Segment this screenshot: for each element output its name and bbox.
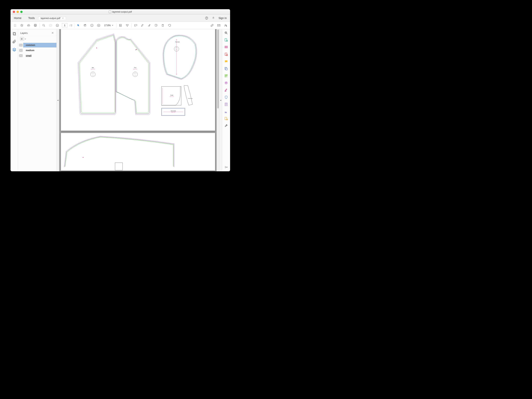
window-title: layered-output.pdf xyxy=(11,10,230,13)
hand-tool-icon[interactable] xyxy=(83,23,87,28)
scrollbar-thumb[interactable] xyxy=(217,30,219,108)
vertical-scrollbar[interactable] xyxy=(216,29,219,171)
combine-files-icon[interactable] xyxy=(224,67,228,70)
svg-point-9 xyxy=(56,24,59,27)
zoom-level-select[interactable]: 17.8% ▼ xyxy=(103,24,114,27)
zoom-in-icon[interactable] xyxy=(96,23,101,28)
fill-sign-icon[interactable] xyxy=(224,88,228,92)
tab-document[interactable]: layered-output.pdf × xyxy=(38,17,66,19)
share-profile-icon[interactable] xyxy=(223,23,228,28)
edit-pdf-icon[interactable] xyxy=(224,45,228,49)
organize-pages-icon[interactable] xyxy=(224,74,228,78)
svg-point-36 xyxy=(83,157,83,158)
link-icon[interactable] xyxy=(210,23,214,28)
attachments-icon[interactable] xyxy=(12,40,16,44)
svg-rect-31 xyxy=(161,87,181,105)
svg-rect-6 xyxy=(35,25,36,26)
thumbnails-icon[interactable] xyxy=(12,32,16,36)
star-icon[interactable] xyxy=(19,23,24,28)
svg-rect-41 xyxy=(225,46,227,47)
svg-point-27 xyxy=(135,50,136,50)
sign-in-button[interactable]: Sign In xyxy=(218,17,227,19)
protect-icon[interactable] xyxy=(224,95,228,99)
chevron-left-icon: ◀ xyxy=(220,99,221,101)
app-window: layered-output.pdf Home Tools layered-ou… xyxy=(11,9,230,171)
zoom-window-button[interactable] xyxy=(20,11,23,13)
scroll-mode-icon[interactable] xyxy=(125,23,130,28)
minimize-window-button[interactable] xyxy=(17,11,19,13)
highlight-icon[interactable] xyxy=(140,23,145,28)
svg-rect-15 xyxy=(217,25,220,26)
svg-rect-2 xyxy=(14,24,15,25)
stamp-icon[interactable] xyxy=(154,23,158,28)
left-panel-collapse-handle[interactable]: ◀ xyxy=(57,29,59,171)
pattern-pocket-facing-title: Pocket facing xyxy=(188,98,192,99)
page-up-icon xyxy=(48,23,53,28)
cloud-upload-icon[interactable] xyxy=(26,23,31,28)
svg-rect-49 xyxy=(226,75,227,76)
layer-row-common[interactable]: common xyxy=(18,43,56,48)
close-window-button[interactable] xyxy=(13,11,15,13)
help-icon[interactable] xyxy=(205,16,208,20)
rotate-icon[interactable] xyxy=(167,23,172,28)
visibility-toggle-icon[interactable] xyxy=(19,54,23,57)
page-down-icon[interactable] xyxy=(55,23,60,28)
zoom-out-icon[interactable] xyxy=(90,23,94,28)
svg-rect-47 xyxy=(226,68,227,70)
layer-list: common medium small xyxy=(18,42,56,58)
print-icon[interactable] xyxy=(33,23,38,28)
svg-point-22 xyxy=(21,39,21,40)
prepare-form-icon[interactable] xyxy=(224,110,228,113)
redact-icon[interactable] xyxy=(224,81,228,85)
chevron-down-icon: ▼ xyxy=(112,25,113,26)
svg-rect-53 xyxy=(225,103,227,106)
svg-point-21 xyxy=(21,39,21,39)
more-tools-icon[interactable] xyxy=(224,124,228,128)
comment-icon[interactable] xyxy=(133,23,138,28)
compress-icon[interactable] xyxy=(224,102,228,106)
pdf-page-2 xyxy=(61,133,215,171)
zoom-level-value: 17.8% xyxy=(104,24,111,27)
fit-width-icon[interactable] xyxy=(118,23,123,28)
layers-icon[interactable] xyxy=(12,48,16,52)
visibility-toggle-icon[interactable] xyxy=(19,49,23,52)
send-for-comments-icon[interactable] xyxy=(224,117,228,120)
layer-label: common xyxy=(26,44,35,46)
left-rail xyxy=(11,29,18,171)
page-number-input[interactable] xyxy=(62,23,68,27)
find-icon[interactable] xyxy=(42,23,46,28)
tab-close-icon[interactable]: × xyxy=(62,17,64,19)
pattern-back-title: Back xyxy=(92,67,94,68)
layer-row-small[interactable]: small xyxy=(18,53,56,58)
delete-icon[interactable] xyxy=(161,23,165,28)
expand-rail-icon[interactable] xyxy=(224,165,228,169)
tabs-bar: Home Tools layered-output.pdf × Sign In xyxy=(11,14,230,22)
svg-rect-13 xyxy=(126,24,128,25)
svg-rect-3 xyxy=(14,25,16,26)
layers-panel: Layers ✕ common medium smal xyxy=(18,29,57,171)
comment-tool-icon[interactable] xyxy=(224,60,228,63)
svg-rect-37 xyxy=(115,163,123,170)
right-rail xyxy=(222,29,230,171)
tab-tools[interactable]: Tools xyxy=(25,16,38,19)
pattern-front-sub: Hugo v2.0.0 xyxy=(133,69,137,70)
right-panel-collapse-handle[interactable]: ◀ xyxy=(219,29,222,171)
tab-home[interactable]: Home xyxy=(11,16,25,19)
notifications-icon[interactable] xyxy=(212,16,215,20)
pattern-hood-side-title: Hood side xyxy=(175,41,179,43)
document-area[interactable]: Back Hugo v2.0.0 Front Hugo v2.0.0 xyxy=(59,29,216,171)
export-pdf-icon[interactable] xyxy=(224,38,228,42)
layer-options-button[interactable] xyxy=(20,37,24,41)
search-tool-icon[interactable] xyxy=(224,31,228,35)
layer-row-medium[interactable]: medium xyxy=(18,48,56,53)
svg-rect-42 xyxy=(225,47,227,48)
selection-tool-icon[interactable] xyxy=(76,23,81,28)
svg-rect-48 xyxy=(225,75,226,76)
toolbar: / 2 17.8% ▼ xyxy=(11,22,230,29)
visibility-toggle-icon[interactable] xyxy=(19,44,23,46)
panel-close-icon[interactable]: ✕ xyxy=(51,31,54,35)
email-icon[interactable] xyxy=(216,23,221,28)
svg-rect-19 xyxy=(13,33,16,35)
create-pdf-icon[interactable] xyxy=(224,52,228,56)
sign-icon[interactable] xyxy=(147,23,152,28)
